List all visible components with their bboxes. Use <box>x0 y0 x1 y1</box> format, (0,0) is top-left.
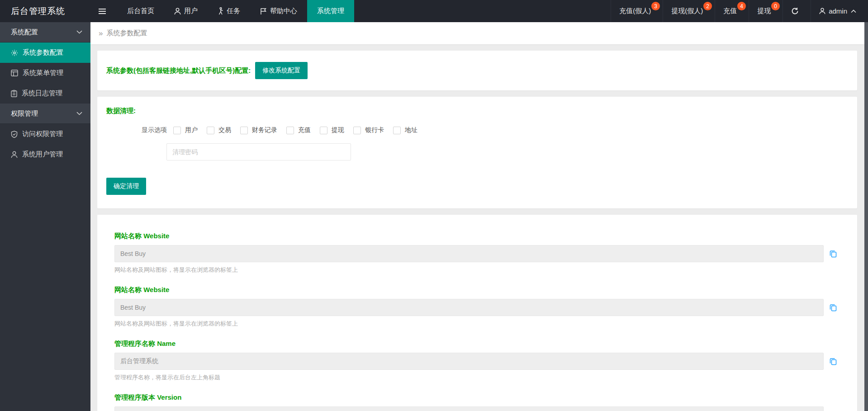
nav-item-label: 充值(假人) <box>619 7 651 15</box>
modify-system-config-button[interactable]: 修改系统配置 <box>255 62 308 79</box>
sidebar-group-permission-management[interactable]: 权限管理 <box>0 104 90 124</box>
recharge-badge: 4 <box>737 2 746 10</box>
navbar-spacer <box>354 0 611 22</box>
sidebar: 系统配置 系统参数配置 系统菜单管理 系统日志管理 权限管理 访问权限管理 <box>0 22 90 411</box>
breadcrumb: » 系统参数配置 <box>90 22 868 44</box>
vertical-scrollbar[interactable] <box>864 22 868 411</box>
admin-version-input[interactable] <box>114 406 824 411</box>
checkbox-group-address: 地址 <box>393 126 417 134</box>
field-help-text: 管理程序名称，将显示在后台左上角标题 <box>114 373 840 382</box>
system-param-config-card: 系统参数(包括客服链接地址,默认手机区号)配置: 修改系统配置 <box>97 51 857 90</box>
nav-item-help-center[interactable]: 帮助中心 <box>250 0 307 22</box>
data-clean-title: 数据清理: <box>106 107 848 115</box>
recharge-checkbox[interactable] <box>286 127 294 134</box>
nav-item-label: 用户 <box>184 7 198 15</box>
nav-item-label: 系统管理 <box>317 7 344 15</box>
shield-check-icon <box>11 131 18 138</box>
nav-item-label: 任务 <box>227 7 240 15</box>
data-clean-card: 数据清理: 显示选项 用户 交易 财务记录 充值 提现 <box>97 97 857 208</box>
sidebar-item-system-log-management[interactable]: 系统日志管理 <box>0 83 90 104</box>
recharge-fake-badge: 3 <box>651 2 660 10</box>
flag-icon <box>260 8 267 15</box>
website-name-input-1[interactable] <box>114 245 824 262</box>
refresh-button[interactable] <box>783 0 811 22</box>
nav-item-recharge-fake[interactable]: 充值(假人) 3 <box>611 0 663 22</box>
nav-item-label: 充值 <box>723 7 737 15</box>
sidebar-item-label: 访问权限管理 <box>22 130 63 138</box>
sidebar-item-label: 系统用户管理 <box>22 150 63 159</box>
user-menu[interactable]: admin <box>811 0 868 22</box>
nav-item-withdraw[interactable]: 提现 0 <box>749 0 783 22</box>
checkbox-label: 用户 <box>185 126 198 134</box>
checkbox-label: 充值 <box>298 126 311 134</box>
field-admin-version: 管理程序版本 Version 管理程序版本，将显示在后台左上角标题 <box>114 393 840 411</box>
sidebar-item-access-permission-management[interactable]: 访问权限管理 <box>0 124 90 144</box>
user-icon <box>819 8 825 14</box>
checkbox-label: 提现 <box>332 126 344 134</box>
breadcrumb-separator-icon: » <box>99 29 103 38</box>
users-checkbox[interactable] <box>173 127 181 134</box>
field-help-text: 网站名称及网站图标，将显示在浏览器的标签上 <box>114 320 840 328</box>
website-name-input-2[interactable] <box>114 299 824 316</box>
window-menu-icon <box>11 70 18 76</box>
field-website-name-1: 网站名称 Website 网站名称及网站图标，将显示在浏览器的标签上 <box>114 232 840 274</box>
hamburger-icon <box>99 8 106 14</box>
withdraw-badge: 0 <box>771 2 780 10</box>
user-icon <box>174 8 181 15</box>
withdraw-checkbox[interactable] <box>320 127 327 134</box>
collapse-sidebar-button[interactable] <box>90 0 117 22</box>
nav-item-label: 后台首页 <box>127 7 154 15</box>
nav-item-home[interactable]: 后台首页 <box>117 0 164 22</box>
copy-icon[interactable] <box>826 250 840 258</box>
copy-icon[interactable] <box>826 303 840 312</box>
field-website-name-2: 网站名称 Website 网站名称及网站图标，将显示在浏览器的标签上 <box>114 286 840 328</box>
checkbox-group-users: 用户 <box>173 126 198 134</box>
system-param-config-label: 系统参数(包括客服链接地址,默认手机区号)配置: <box>106 66 251 75</box>
sidebar-item-system-menu-management[interactable]: 系统菜单管理 <box>0 63 90 83</box>
sidebar-group-system-config[interactable]: 系统配置 <box>0 22 90 43</box>
field-admin-name: 管理程序名称 Name 管理程序名称，将显示在后台左上角标题 <box>114 340 840 382</box>
sidebar-item-label: 系统菜单管理 <box>23 69 63 77</box>
refresh-icon <box>791 7 799 15</box>
sidebar-group-title: 权限管理 <box>11 109 38 118</box>
checkbox-label: 地址 <box>405 126 417 134</box>
admin-name-input[interactable] <box>114 353 824 370</box>
clean-password-input[interactable] <box>166 143 351 161</box>
sidebar-item-system-param-config[interactable]: 系统参数配置 <box>0 43 90 63</box>
display-options-label: 显示选项 <box>142 126 167 134</box>
finance-records-checkbox[interactable] <box>240 127 248 134</box>
navbar-right: 充值(假人) 3 提现(假人) 2 充值 4 提现 0 admin <box>611 0 868 22</box>
chevron-up-icon <box>851 9 856 13</box>
chevron-down-icon <box>76 112 82 115</box>
sidebar-item-system-user-management[interactable]: 系统用户管理 <box>0 144 90 165</box>
sidebar-item-label: 系统日志管理 <box>22 89 62 98</box>
sidebar-group-title: 系统配置 <box>11 28 38 37</box>
main-content: » 系统参数配置 系统参数(包括客服链接地址,默认手机区号)配置: 修改系统配置… <box>90 22 868 411</box>
trades-checkbox[interactable] <box>207 127 214 134</box>
bank-card-checkbox[interactable] <box>353 127 361 134</box>
nav-item-users[interactable]: 用户 <box>164 0 208 22</box>
breadcrumb-current: 系统参数配置 <box>106 29 147 38</box>
checkbox-group-bank-card: 银行卡 <box>353 126 384 134</box>
gear-icon <box>11 49 18 57</box>
chevron-down-icon <box>76 30 82 34</box>
checkbox-label: 财务记录 <box>252 126 277 134</box>
sidebar-item-label: 系统参数配置 <box>23 48 63 57</box>
checkbox-group-finance-records: 财务记录 <box>240 126 277 134</box>
copy-icon[interactable] <box>826 357 840 365</box>
nav-item-tasks[interactable]: 任务 <box>208 0 250 22</box>
nav-item-system-management[interactable]: 系统管理 <box>307 0 354 22</box>
withdraw-fake-badge: 2 <box>703 2 712 10</box>
user-icon <box>11 151 18 158</box>
nav-item-label: 提现(假人) <box>671 7 703 15</box>
log-clipboard-icon <box>11 90 17 97</box>
nav-item-label: 帮助中心 <box>270 7 297 15</box>
nav-item-recharge[interactable]: 充值 4 <box>715 0 749 22</box>
field-help-text: 网站名称及网站图标，将显示在浏览器的标签上 <box>114 266 840 274</box>
address-checkbox[interactable] <box>393 127 401 134</box>
confirm-clean-button[interactable]: 确定清理 <box>106 178 146 195</box>
field-label: 网站名称 Website <box>114 286 840 294</box>
nav-item-withdraw-fake[interactable]: 提现(假人) 2 <box>663 0 715 22</box>
checkbox-group-recharge: 充值 <box>286 126 311 134</box>
field-label: 网站名称 Website <box>114 232 840 241</box>
